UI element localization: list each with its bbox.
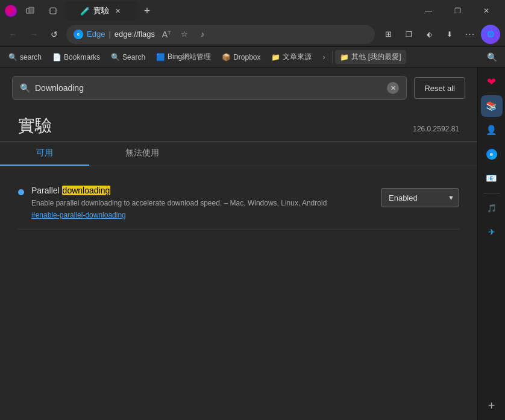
bookmark-bing[interactable]: 🟦 Bing網站管理 bbox=[151, 50, 216, 64]
bookmarks-bar: 🔍 search 📄 Bookmarks 🔍 Search 🟦 Bing網站管理… bbox=[0, 47, 505, 67]
flag-description: Enable parallel downloading to accelerat… bbox=[31, 198, 374, 208]
addressbar: ← → ↺ e Edge | edge://flags Aᵀ ☆ ♪ ⊞ ❐ ⬖… bbox=[0, 22, 505, 47]
collections-icon[interactable]: ❐ bbox=[399, 25, 418, 44]
flag-name-highlight: downloading bbox=[62, 186, 111, 195]
back-button[interactable]: ← bbox=[5, 26, 22, 43]
downloads-icon[interactable]: ⬇ bbox=[440, 25, 459, 44]
address-input[interactable]: e Edge | edge://flags Aᵀ ☆ ♪ bbox=[66, 25, 375, 44]
close-button[interactable]: ✕ bbox=[472, 1, 500, 20]
tab-unavailable[interactable]: 無法使用 bbox=[89, 142, 195, 166]
bookmark-bookmarks[interactable]: 📄 Bookmarks bbox=[48, 51, 105, 63]
tab-inactive-1[interactable] bbox=[19, 2, 41, 19]
tab-available[interactable]: 可用 bbox=[0, 142, 89, 166]
bookmark-folder-icon: 📁 bbox=[271, 53, 280, 61]
profile-button[interactable]: 🌐 bbox=[481, 25, 500, 44]
bookmark-search[interactable]: 🔍 search bbox=[4, 51, 46, 63]
bookmark-folder2-icon: 📁 bbox=[340, 53, 349, 61]
tab-bar: 🧪 實驗 ✕ + bbox=[19, 0, 412, 22]
tab-inactive-2[interactable] bbox=[42, 2, 64, 19]
bookmark-searchengine-label: Search bbox=[122, 53, 145, 61]
flag-name: Parallel downloading bbox=[31, 186, 374, 195]
bookmark-dropbox[interactable]: 📦 Dropbox bbox=[217, 51, 265, 63]
flag-status-dot bbox=[18, 189, 24, 195]
search-input-value[interactable]: Downloading bbox=[35, 83, 382, 93]
sidebar-icon-profile[interactable]: 👤 bbox=[481, 119, 503, 141]
sidebar-icon-telegram[interactable]: ✈ bbox=[481, 221, 503, 243]
reset-all-button[interactable]: Reset all bbox=[414, 77, 465, 99]
flag-dropdown[interactable]: Default Enabled Disabled bbox=[381, 188, 459, 207]
flags-content[interactable]: Parallel downloading Enable parallel dow… bbox=[0, 166, 477, 420]
main-area: 🔍 Downloading ✕ Reset all 實驗 126.0.2592.… bbox=[0, 67, 505, 420]
forward-button[interactable]: → bbox=[25, 26, 42, 43]
sidebar-icon-discover[interactable]: ❤ bbox=[481, 71, 503, 93]
bookmark-search2-icon: 🔍 bbox=[111, 53, 120, 61]
bookmark-favorites-folder[interactable]: 📁 其他 [我的最愛] bbox=[335, 50, 406, 64]
app-icon bbox=[5, 5, 17, 17]
titlebar: 🧪 實驗 ✕ + — ❐ ✕ bbox=[0, 0, 505, 22]
right-sidebar: ❤ 📚 👤 e 📧 🎵 ✈ + bbox=[477, 67, 505, 420]
flags-page: 🔍 Downloading ✕ Reset all 實驗 126.0.2592.… bbox=[0, 67, 477, 420]
flag-name-prefix: Parallel bbox=[31, 186, 62, 195]
flags-tabs: 可用 無法使用 bbox=[0, 142, 477, 166]
search-icon: 🔍 bbox=[20, 83, 30, 93]
address-action-icons: Aᵀ ☆ ♪ bbox=[158, 27, 210, 42]
sidebar-icon-outlook[interactable]: 📧 bbox=[481, 168, 503, 189]
read-icon[interactable]: Aᵀ bbox=[158, 27, 174, 42]
sidebar-search-icon[interactable]: 🔍 bbox=[482, 48, 501, 67]
tab-label: 實驗 bbox=[93, 5, 109, 16]
window-controls: — ❐ ✕ bbox=[415, 1, 500, 20]
new-tab-button[interactable]: + bbox=[139, 2, 155, 19]
bookmark-searchengine[interactable]: 🔍 Search bbox=[106, 51, 150, 63]
sidebar-icon-collections[interactable]: 📚 bbox=[481, 95, 503, 117]
tab-favicon: 🧪 bbox=[80, 7, 90, 16]
svg-rect-1 bbox=[29, 7, 34, 13]
edge-logo-icon: e bbox=[74, 30, 83, 39]
flag-anchor-link[interactable]: #enable-parallel-downloading bbox=[31, 211, 374, 219]
address-url-text: edge://flags bbox=[114, 30, 155, 39]
page-title: 實驗 bbox=[18, 114, 52, 137]
address-separator: | bbox=[108, 30, 110, 39]
bookmark-doc-icon: 📄 bbox=[52, 53, 61, 61]
bookmark-search-icon: 🔍 bbox=[8, 53, 17, 61]
flag-info: Parallel downloading Enable parallel dow… bbox=[31, 186, 374, 219]
bookmark-dropbox-label: Dropbox bbox=[233, 53, 260, 61]
sidebar-add-button[interactable]: + bbox=[481, 395, 503, 416]
bookmark-dropbox-icon: 📦 bbox=[222, 53, 231, 61]
version-text: 126.0.2592.81 bbox=[413, 125, 459, 133]
bookmark-bookmarks-label: Bookmarks bbox=[64, 53, 100, 61]
bookmark-bing-label: Bing網站管理 bbox=[168, 52, 211, 62]
bookmark-bing-icon: 🟦 bbox=[156, 53, 165, 61]
address-brand-label: Edge bbox=[87, 30, 105, 39]
sidebar-icon-edge[interactable]: e bbox=[481, 143, 503, 165]
bookmark-search-label: search bbox=[20, 53, 42, 61]
tab-search-icon[interactable]: ⊞ bbox=[378, 25, 398, 44]
minimize-button[interactable]: — bbox=[415, 1, 442, 20]
flag-item-parallel-downloading: Parallel downloading Enable parallel dow… bbox=[18, 176, 459, 230]
sidebar-divider bbox=[483, 193, 500, 193]
tab-close-button[interactable]: ✕ bbox=[113, 6, 122, 16]
more-icon[interactable]: ··· bbox=[460, 25, 480, 44]
bookmark-articles[interactable]: 📁 文章來源 bbox=[266, 50, 316, 64]
bookmark-favorites-label: 其他 [我的最愛] bbox=[351, 52, 401, 62]
flag-dropdown-wrap[interactable]: Default Enabled Disabled ▼ bbox=[381, 188, 459, 207]
bookmark-more-chevron[interactable]: › bbox=[318, 51, 330, 63]
music-icon[interactable]: ♪ bbox=[195, 27, 210, 42]
toolbar-icons: ⊞ ❐ ⬖ ⬇ ··· 🌐 bbox=[378, 25, 500, 44]
refresh-button[interactable]: ↺ bbox=[46, 26, 63, 43]
browser-essentials-icon[interactable]: ⬖ bbox=[419, 25, 439, 44]
svg-rect-2 bbox=[50, 8, 56, 14]
flag-control[interactable]: Default Enabled Disabled ▼ ➤ bbox=[381, 188, 459, 207]
search-input-wrap[interactable]: 🔍 Downloading ✕ bbox=[12, 76, 407, 100]
restore-button[interactable]: ❐ bbox=[444, 1, 471, 20]
tab-active[interactable]: 🧪 實驗 ✕ bbox=[65, 1, 137, 20]
flags-search-bar: 🔍 Downloading ✕ Reset all bbox=[0, 67, 477, 108]
bookmark-divider bbox=[332, 51, 333, 63]
star-icon[interactable]: ☆ bbox=[177, 27, 192, 42]
search-clear-button[interactable]: ✕ bbox=[387, 82, 399, 94]
sidebar-icon-music[interactable]: 🎵 bbox=[481, 197, 503, 219]
bookmark-articles-label: 文章來源 bbox=[283, 52, 312, 62]
page-header: 實驗 126.0.2592.81 bbox=[0, 108, 477, 142]
